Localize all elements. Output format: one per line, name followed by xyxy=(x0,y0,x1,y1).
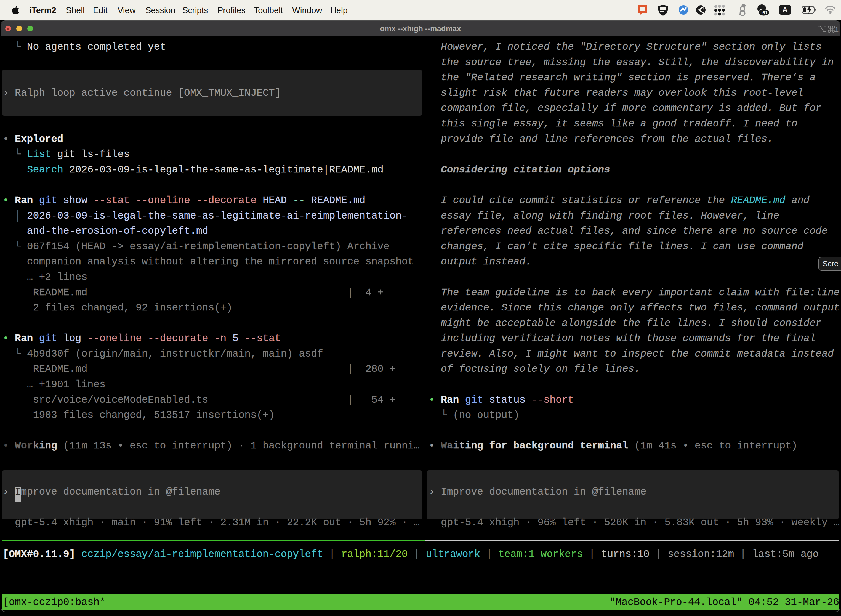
svg-text:1: 1 xyxy=(835,25,838,33)
svg-text:..61: ..61 xyxy=(760,10,768,15)
svg-text:A: A xyxy=(782,6,788,14)
